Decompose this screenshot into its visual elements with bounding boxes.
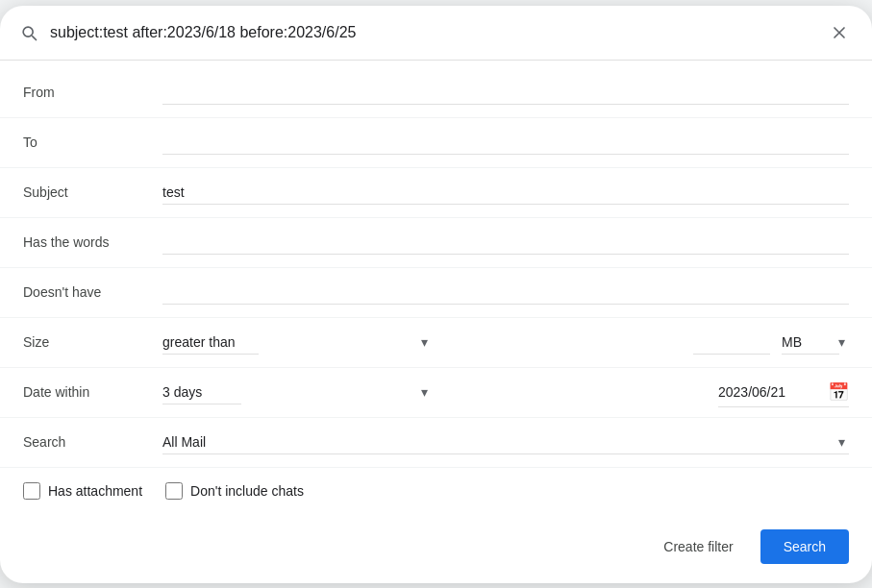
from-field xyxy=(162,81,849,105)
to-label: To xyxy=(23,135,162,150)
doesnt-have-row: Doesn't have xyxy=(0,268,872,318)
footer: Create filter Search xyxy=(0,518,872,583)
search-in-row: Search All Mail Inbox Sent Drafts Spam T… xyxy=(0,418,872,468)
subject-field xyxy=(162,181,849,205)
has-attachment-checkbox[interactable] xyxy=(23,482,40,500)
search-button[interactable]: Search xyxy=(760,529,849,564)
to-input[interactable] xyxy=(162,131,849,155)
search-form: From To Subject Has the words xyxy=(0,61,872,518)
size-row: Size greater than less than ▾ MB KB Byte… xyxy=(0,318,872,368)
search-in-label: Search xyxy=(23,434,162,450)
size-number-input[interactable] xyxy=(693,331,770,355)
from-row: From xyxy=(0,68,872,118)
subject-label: Subject xyxy=(23,184,162,200)
checkbox-row: Has attachment Don't include chats xyxy=(0,468,872,514)
size-label: Size xyxy=(23,334,162,350)
size-unit-arrow-icon: ▾ xyxy=(838,334,845,350)
from-label: From xyxy=(23,85,162,100)
size-comparator-arrow-icon: ▾ xyxy=(421,334,428,350)
date-within-arrow-icon: ▾ xyxy=(421,384,428,400)
size-unit-wrapper: MB KB Bytes ▾ xyxy=(782,331,849,355)
size-unit-select[interactable]: MB KB Bytes xyxy=(782,331,839,355)
date-within-row: Date within 1 day 3 days 1 week 2 weeks … xyxy=(0,368,872,418)
close-button[interactable] xyxy=(826,19,853,46)
has-attachment-label[interactable]: Has attachment xyxy=(23,482,142,500)
has-words-input[interactable] xyxy=(162,231,849,255)
search-in-field: All Mail Inbox Sent Drafts Spam Trash ▾ xyxy=(162,430,849,454)
doesnt-have-field xyxy=(162,281,849,305)
search-icon xyxy=(19,23,38,42)
doesnt-have-label: Doesn't have xyxy=(23,284,162,300)
size-comparator-select[interactable]: greater than less than xyxy=(162,331,259,355)
doesnt-have-input[interactable] xyxy=(162,281,849,305)
date-input[interactable] xyxy=(718,384,824,400)
search-input[interactable] xyxy=(50,24,814,41)
has-attachment-text: Has attachment xyxy=(48,483,142,499)
create-filter-button[interactable]: Create filter xyxy=(648,529,748,564)
subject-row: Subject xyxy=(0,168,872,218)
date-within-label: Date within xyxy=(23,384,162,400)
search-in-wrapper: All Mail Inbox Sent Drafts Spam Trash ▾ xyxy=(162,430,849,454)
has-words-row: Has the words xyxy=(0,218,872,268)
from-input[interactable] xyxy=(162,81,849,105)
has-words-field xyxy=(162,231,849,255)
date-within-select[interactable]: 1 day 3 days 1 week 2 weeks 1 month 2 mo… xyxy=(162,380,241,404)
search-in-select[interactable]: All Mail Inbox Sent Drafts Spam Trash xyxy=(162,430,849,454)
dont-include-chats-label[interactable]: Don't include chats xyxy=(165,482,304,500)
size-field: greater than less than ▾ MB KB Bytes ▾ xyxy=(162,331,849,355)
date-within-wrapper: 1 day 3 days 1 week 2 weeks 1 month 2 mo… xyxy=(162,380,432,404)
to-row: To xyxy=(0,118,872,168)
dont-include-chats-text: Don't include chats xyxy=(190,483,304,499)
size-comparator-wrapper: greater than less than ▾ xyxy=(162,331,432,355)
search-bar xyxy=(0,6,872,61)
subject-input[interactable] xyxy=(162,181,849,205)
has-words-label: Has the words xyxy=(23,234,162,250)
search-dialog: From To Subject Has the words xyxy=(0,6,872,583)
calendar-icon[interactable]: 📅 xyxy=(828,381,849,403)
date-input-wrap: 📅 xyxy=(718,378,849,407)
date-within-field: 1 day 3 days 1 week 2 weeks 1 month 2 mo… xyxy=(162,378,849,407)
to-field xyxy=(162,131,849,155)
dont-include-chats-checkbox[interactable] xyxy=(165,482,183,500)
